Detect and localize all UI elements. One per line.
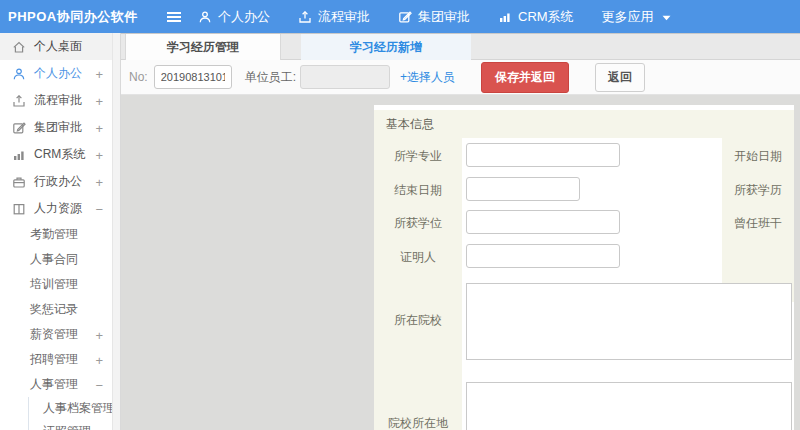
bar-chart-icon	[12, 148, 26, 162]
share-icon	[298, 10, 312, 24]
witness-input[interactable]	[466, 244, 620, 268]
expand-icon[interactable]: −	[95, 201, 103, 216]
form-panel: 基本信息 所学专业 开始日期 结束日期 所获学历 所获学位 曾任班干 证明人 所	[374, 105, 794, 430]
nav-label: 流程审批	[318, 8, 370, 26]
field-label-school-location: 院校所在地	[374, 415, 462, 430]
top-nav: 个人办公 流程审批 集团审批 CRM系统 更多应用	[198, 0, 671, 33]
sidebar-toggle-button[interactable]	[166, 0, 182, 33]
expand-icon[interactable]: +	[95, 327, 103, 342]
expand-icon[interactable]: +	[95, 66, 103, 81]
sidebar-submenu: 人事档案管理 证照管理	[28, 397, 112, 430]
sidebar-item-recruitment-mgmt[interactable]: 招聘管理 +	[0, 347, 112, 372]
expand-icon[interactable]: +	[95, 352, 103, 367]
sidebar-item-salary-mgmt[interactable]: 薪资管理 +	[0, 322, 112, 347]
tab-study-history-new[interactable]: 学习经历新增	[301, 34, 471, 60]
sidebar-item-human-resources[interactable]: 人力资源 −	[0, 195, 112, 222]
back-button[interactable]: 返回	[595, 63, 645, 92]
tab-bar: 学习经历管理 学习经历新增	[121, 33, 800, 60]
field-label-major: 所学专业	[374, 148, 462, 165]
content-area: 基本信息 所学专业 开始日期 结束日期 所获学历 所获学位 曾任班干 证明人 所	[121, 95, 800, 430]
sidebar-item-attendance-mgmt[interactable]: 考勤管理	[0, 222, 112, 247]
nav-group-approval[interactable]: 集团审批	[398, 8, 470, 26]
field-label-end-date: 结束日期	[374, 182, 462, 199]
user-icon	[12, 67, 26, 81]
bar-chart-icon	[498, 10, 512, 24]
save-and-return-button[interactable]: 保存并返回	[481, 62, 569, 93]
user-icon	[198, 10, 212, 24]
expand-icon[interactable]: −	[95, 377, 103, 392]
nav-more-apps[interactable]: 更多应用	[602, 8, 671, 26]
nav-label: 个人办公	[218, 8, 270, 26]
expand-icon[interactable]: +	[95, 174, 103, 189]
sidebar-item-certificate-mgmt[interactable]: 证照管理	[29, 420, 112, 430]
edit-icon	[12, 121, 26, 135]
toolbar: No: 单位员工: +选择人员 保存并返回 返回	[121, 60, 800, 95]
sidebar-item-personnel-archive-mgmt[interactable]: 人事档案管理	[29, 397, 112, 420]
tab-study-history-mgmt[interactable]: 学习经历管理	[125, 34, 281, 60]
field-label-degree: 所获学位	[374, 215, 462, 232]
book-icon	[12, 202, 26, 216]
nav-crm-system[interactable]: CRM系统	[498, 8, 574, 26]
briefcase-icon	[12, 175, 26, 189]
sidebar-item-group-approval[interactable]: 集团审批 +	[0, 114, 112, 141]
sidebar-splitter[interactable]	[113, 33, 121, 430]
expand-icon[interactable]: +	[95, 120, 103, 135]
school-textarea[interactable]	[466, 283, 792, 360]
nav-workflow-approval[interactable]: 流程审批	[298, 8, 370, 26]
field-label-school: 所在院校	[374, 312, 462, 329]
end-date-input[interactable]	[466, 177, 580, 201]
share-icon	[12, 94, 26, 108]
select-person-link[interactable]: +选择人员	[400, 69, 455, 86]
sidebar-item-training-mgmt[interactable]: 培训管理	[0, 272, 112, 297]
app-window: PHPOA协同办公软件 个人办公 流程审批	[0, 0, 800, 430]
section-header: 基本信息	[374, 110, 794, 138]
employee-label: 单位员工:	[245, 69, 296, 86]
caret-down-icon	[662, 9, 671, 24]
hamburger-icon	[166, 10, 182, 24]
edit-icon	[398, 10, 412, 24]
nav-label: 集团审批	[418, 8, 470, 26]
sidebar-item-workflow-approval[interactable]: 流程审批 +	[0, 87, 112, 114]
nav-personal-office[interactable]: 个人办公	[198, 8, 270, 26]
expand-icon[interactable]: +	[95, 147, 103, 162]
sidebar-item-personal-office[interactable]: 个人办公 +	[0, 60, 112, 87]
employee-input[interactable]	[300, 65, 390, 89]
degree-input[interactable]	[466, 210, 620, 234]
sidebar-item-hr-contract[interactable]: 人事合同	[0, 247, 112, 272]
sidebar-item-reward-punishment[interactable]: 奖惩记录	[0, 297, 112, 322]
nav-label: 更多应用	[602, 8, 654, 26]
expand-icon[interactable]: +	[95, 93, 103, 108]
field-label-witness: 证明人	[374, 249, 462, 266]
major-input[interactable]	[466, 143, 620, 167]
field-label-education: 所获学历	[722, 182, 794, 199]
app-logo: PHPOA协同办公软件	[0, 8, 138, 26]
form-body: 所学专业 开始日期 结束日期 所获学历 所获学位 曾任班干 证明人 所在院校 院…	[374, 138, 794, 430]
sidebar-item-personnel-mgmt[interactable]: 人事管理 −	[0, 372, 112, 397]
sidebar-item-crm-system[interactable]: CRM系统 +	[0, 141, 112, 168]
no-input[interactable]	[154, 65, 232, 89]
no-label: No:	[129, 70, 148, 84]
main-area: 学习经历管理 学习经历新增 No: 单位员工: +选择人员 保存并返回 返回 基…	[121, 33, 800, 430]
school-location-textarea[interactable]	[466, 382, 792, 430]
sidebar-item-admin-office[interactable]: 行政办公 +	[0, 168, 112, 195]
home-icon	[12, 40, 26, 54]
top-bar: PHPOA协同办公软件 个人办公 流程审批	[0, 0, 800, 33]
nav-label: CRM系统	[518, 8, 574, 26]
field-label-start-date: 开始日期	[722, 148, 794, 165]
sidebar-item-personal-desktop[interactable]: 个人桌面	[0, 33, 112, 60]
sidebar: 个人桌面 个人办公 + 流程审批 + 集团审批 +	[0, 33, 113, 430]
field-label-class-cadre: 曾任班干	[722, 215, 794, 232]
